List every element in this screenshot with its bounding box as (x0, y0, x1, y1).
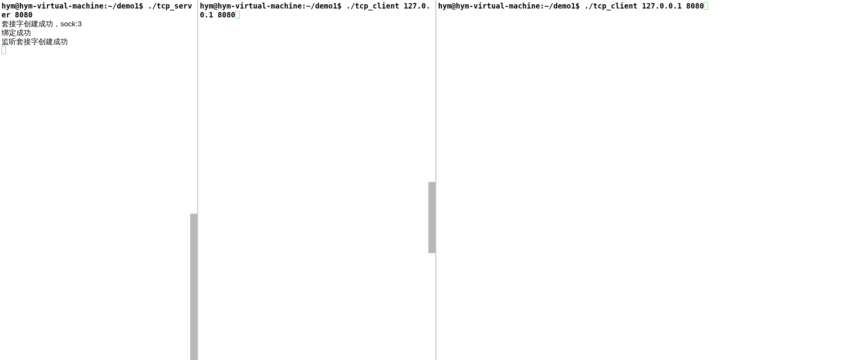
terminal-pane-1[interactable]: hym@hym-virtual-machine:~/demo1$ ./tcp_s… (0, 0, 198, 360)
output-line-1: 套接字创建成功，sock:3 (2, 20, 82, 28)
shell-prompt-2: hym@hym-virtual-machine:~/demo1$ (200, 2, 342, 10)
cursor-3 (704, 2, 708, 10)
cursor-1 (2, 46, 6, 54)
command-3: ./tcp_client 127.0.0.1 8080 (580, 2, 704, 10)
terminal-pane-3[interactable]: hym@hym-virtual-machine:~/demo1$ ./tcp_c… (436, 0, 868, 360)
terminal-content-1[interactable]: hym@hym-virtual-machine:~/demo1$ ./tcp_s… (0, 0, 197, 57)
output-line-2: 绑定成功 (2, 29, 31, 37)
terminal-content-2[interactable]: hym@hym-virtual-machine:~/demo1$ ./tcp_c… (198, 0, 435, 21)
terminal-content-3[interactable]: hym@hym-virtual-machine:~/demo1$ ./tcp_c… (437, 0, 868, 12)
output-line-3: 监听套接字创建成功 (2, 38, 68, 46)
terminal-pane-2[interactable]: hym@hym-virtual-machine:~/demo1$ ./tcp_c… (198, 0, 436, 360)
scrollbar-1[interactable] (190, 214, 197, 360)
shell-prompt-3: hym@hym-virtual-machine:~/demo1$ (438, 2, 580, 10)
shell-prompt-1: hym@hym-virtual-machine:~/demo1$ (2, 2, 143, 10)
cursor-2 (235, 11, 240, 19)
scrollbar-2[interactable] (428, 182, 435, 253)
